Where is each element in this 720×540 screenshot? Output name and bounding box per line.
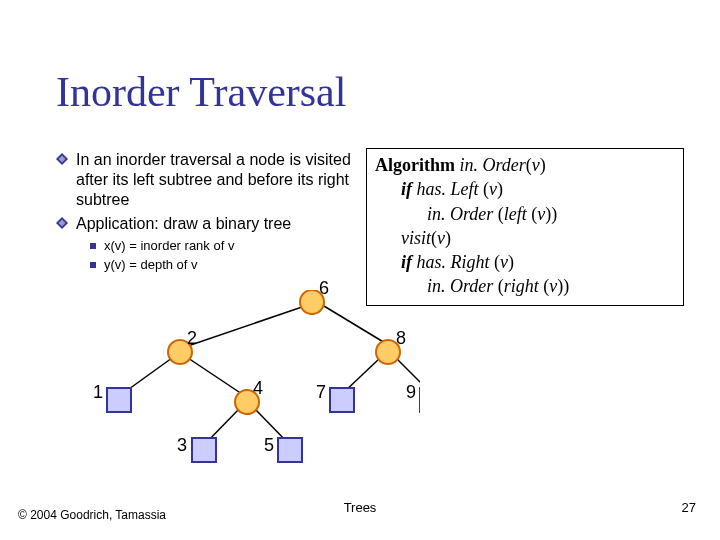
algo-arg: v: [532, 155, 540, 175]
algo-line-3: in. Order (left (v)): [375, 202, 675, 226]
tree-node-label: 4: [253, 378, 263, 399]
algo-fn: in. Order: [427, 204, 493, 224]
algo-line-4: visit(v): [375, 226, 675, 250]
algo-fn: right: [504, 276, 539, 296]
algo-fn: has. Left: [417, 179, 479, 199]
diamond-bullet-icon: [56, 217, 68, 229]
algo-kw: if: [401, 179, 412, 199]
algo-fn: in. Order: [460, 155, 526, 175]
footer-page-number: 27: [682, 500, 696, 515]
tree-node-label: 8: [396, 328, 406, 349]
algo-line-5: if has. Right (v): [375, 250, 675, 274]
square-bullet-icon: [90, 243, 96, 249]
algo-kw: Algorithm: [375, 155, 455, 175]
tree-node-label: 2: [187, 328, 197, 349]
sub-bullet-1-text: x(v) = inorder rank of v: [104, 238, 234, 255]
left-column: In an inorder traversal a node is visite…: [56, 150, 361, 276]
algo-kw: if: [401, 252, 412, 272]
svg-rect-13: [330, 388, 354, 412]
tree-node-label: 5: [264, 435, 274, 456]
svg-line-5: [324, 306, 390, 346]
algo-fn: has. Right: [417, 252, 490, 272]
slide-title: Inorder Traversal: [56, 68, 346, 116]
tree-diagram: 6 2 8 1 4 7 9 3 5: [80, 290, 410, 480]
diamond-bullet-icon: [56, 153, 68, 165]
svg-rect-12: [107, 388, 131, 412]
svg-line-4: [182, 307, 302, 348]
algo-fn: visit: [401, 228, 431, 248]
algo-line-1: Algorithm in. Order(v): [375, 153, 675, 177]
square-bullet-icon: [90, 262, 96, 268]
algo-fn: in. Order: [427, 276, 493, 296]
tree-node-label: 3: [177, 435, 187, 456]
footer-center: Trees: [0, 500, 720, 515]
algorithm-box: Algorithm in. Order(v) if has. Left (v) …: [366, 148, 684, 306]
algo-arg: v: [500, 252, 508, 272]
sub-bullet-2: y(v) = depth of v: [90, 257, 361, 274]
svg-rect-16: [278, 438, 302, 462]
svg-line-7: [188, 358, 242, 394]
bullet-2-text: Application: draw a binary tree: [76, 214, 291, 234]
bullet-2: Application: draw a binary tree: [56, 214, 361, 234]
tree-node-label: 7: [316, 382, 326, 403]
sub-bullet-2-text: y(v) = depth of v: [104, 257, 198, 274]
algo-line-6: in. Order (right (v)): [375, 274, 675, 298]
tree-svg: [80, 290, 420, 490]
algo-arg: v: [489, 179, 497, 199]
sub-bullet-1: x(v) = inorder rank of v: [90, 238, 361, 255]
algo-line-2: if has. Left (v): [375, 177, 675, 201]
svg-rect-15: [192, 438, 216, 462]
tree-node-label: 1: [93, 382, 103, 403]
bullet-1-text: In an inorder traversal a node is visite…: [76, 150, 361, 210]
algo-fn: left: [504, 204, 527, 224]
bullet-1: In an inorder traversal a node is visite…: [56, 150, 361, 210]
tree-node-label: 6: [319, 278, 329, 299]
tree-node-label: 9: [406, 382, 416, 403]
algo-arg: v: [437, 228, 445, 248]
